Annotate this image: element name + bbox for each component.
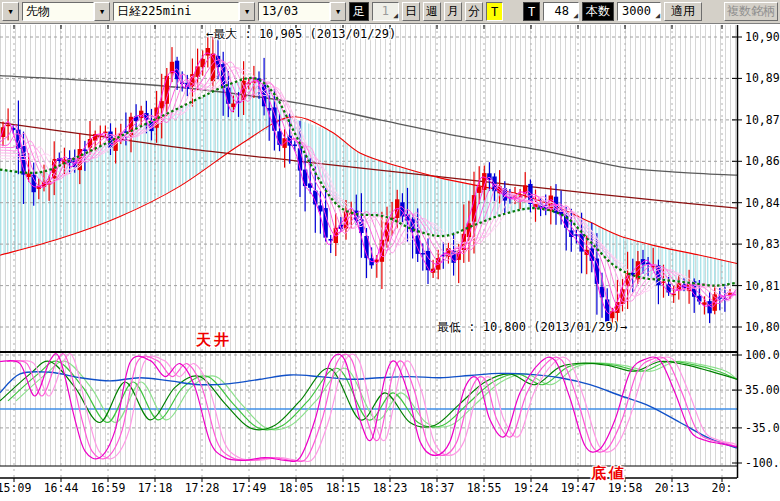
toolbar: ▼先物▼日経225mini▼13/03▼足1◢日週月分TT48◢本数3000◢適…	[0, 0, 780, 24]
x-axis-label: 18:55	[467, 481, 502, 495]
x-axis-label: 17:18	[138, 481, 173, 495]
spinner-grip-icon[interactable]: ◢	[655, 12, 660, 20]
bottom-price-annotation: 底値	[591, 464, 627, 483]
x-axis-label: 18:37	[420, 481, 455, 495]
x-axis-label: 16:44	[44, 481, 79, 495]
oscillator-axis-label: 35.00	[745, 383, 780, 397]
bar-count-label: 本数	[582, 2, 614, 21]
minute-button[interactable]: 分	[465, 2, 483, 21]
oscillator-axis-label: -100.00	[745, 456, 780, 470]
oscillator-axis-label: -35.00	[745, 421, 780, 435]
ceiling-annotation: 天井	[196, 331, 232, 350]
x-axis-label: 19:58	[608, 481, 643, 495]
spinner-grip-icon[interactable]: ◢	[393, 12, 398, 20]
bar-count-input[interactable]: 3000◢	[617, 2, 661, 21]
x-axis-label: 18:15	[326, 481, 361, 495]
x-axis-label: 19:24	[514, 481, 549, 495]
x-axis-label: 15:09	[0, 481, 31, 495]
x-axis-label: 20:	[712, 481, 733, 495]
x-axis-label: 19:47	[561, 481, 596, 495]
tick-size-input[interactable]: 48◢	[543, 2, 579, 21]
contract-month-select[interactable]: 13/03▼	[258, 2, 346, 21]
plot-region	[0, 25, 737, 478]
price-axis-label: 10,860	[745, 154, 780, 168]
price-axis-label: 10,875	[745, 113, 780, 127]
dropdown-arrow-icon[interactable]: ▼	[239, 2, 255, 21]
apply-button[interactable]: 適用	[664, 2, 702, 21]
chart-canvas[interactable]: 10,90510,89010,87510,86010,84510,83010,8…	[0, 0, 780, 501]
price-axis-label: 10,815	[745, 279, 780, 293]
chart-list-select[interactable]: ▼	[2, 2, 19, 21]
price-axis-label: 10,905	[745, 30, 780, 44]
chart-application-window: ▼先物▼日経225mini▼13/03▼足1◢日週月分TT48◢本数3000◢適…	[0, 0, 780, 501]
week-button[interactable]: 週	[423, 2, 441, 21]
oscillator-lines	[0, 354, 737, 462]
max-price-annotation: ←最大 : 10,905 (2013/01/29)	[206, 26, 396, 43]
contract-month-select-value: 13/03	[258, 2, 330, 21]
multi-symbol-button: 複数銘柄	[724, 2, 778, 21]
tick-button[interactable]: T	[486, 2, 503, 21]
min-price-annotation: 最低 : 10,800 (2013/01/29)→	[437, 319, 627, 336]
price-axis-label: 10,800	[745, 320, 780, 334]
spinner-grip-icon[interactable]: ◢	[573, 12, 578, 20]
price-axis-label: 10,830	[745, 237, 780, 251]
x-axis-label: 17:49	[232, 481, 267, 495]
month-button[interactable]: 月	[444, 2, 462, 21]
bar-type-label: 足	[349, 2, 369, 21]
symbol-select-value: 日経225mini	[113, 2, 239, 21]
x-axis-label: 20:13	[655, 481, 690, 495]
dropdown-arrow-icon[interactable]: ▼	[330, 2, 346, 21]
day-button[interactable]: 日	[402, 2, 420, 21]
symbol-select[interactable]: 日経225mini▼	[113, 2, 255, 21]
x-axis-label: 18:23	[373, 481, 408, 495]
price-axis-label: 10,890	[745, 71, 780, 85]
dropdown-arrow-icon[interactable]: ▼	[94, 2, 110, 21]
oscillator-axis-label: 100.00	[745, 348, 780, 362]
symbol-type-select-value: 先物	[22, 2, 94, 21]
symbol-type-select[interactable]: 先物▼	[22, 2, 110, 21]
x-axis-label: 16:59	[91, 481, 126, 495]
tick-label: T	[523, 2, 540, 21]
x-axis-label: 18:05	[279, 481, 314, 495]
price-axis-label: 10,845	[745, 196, 780, 210]
bar-interval-input: 1◢	[372, 2, 399, 21]
x-axis-label: 17:28	[185, 481, 220, 495]
